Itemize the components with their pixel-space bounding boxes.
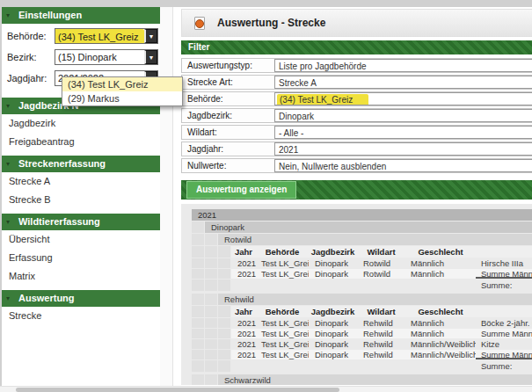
collapse-arrow-icon: ▾ xyxy=(6,7,10,24)
sidebar-section-wildtiererfassung[interactable]: ▾ Wildtiererfassung xyxy=(2,214,160,230)
indent-cell xyxy=(218,269,230,279)
cell-jagdbezirk: Dinopark xyxy=(309,269,357,279)
group-row-year: 2021 xyxy=(192,209,532,221)
cell-wildart: Rehwild xyxy=(357,329,405,338)
indent-cell xyxy=(218,279,230,291)
collapse-arrow-icon: ▾ xyxy=(6,290,10,307)
behoerde-select[interactable]: (34) Test LK_Greiz ▼ xyxy=(55,28,158,44)
highlight-marker: (34) Test LK_Greiz xyxy=(277,94,368,105)
column-header: Wildart xyxy=(357,246,405,258)
cell-jagdbezirk: Dinopark xyxy=(309,350,357,359)
dropdown-button[interactable]: ▼ xyxy=(144,50,157,64)
sidebar-section-einstellungen[interactable]: ▾ Einstellungen xyxy=(2,7,160,24)
filter-row-wildart: Wildart: - Alle - xyxy=(181,125,532,140)
table-header-row: Jahr Behörde Jagdbezirk Wildart Geschlec… xyxy=(192,306,532,317)
column-header: Wildart xyxy=(357,306,405,317)
bezirk-select[interactable]: (15) Dinopark ▼ xyxy=(55,49,158,65)
sidebar-item-erfassung[interactable]: Erfassung xyxy=(2,249,160,267)
indent-cell xyxy=(205,258,217,268)
cell-behoerde: Test LK_Greiz xyxy=(256,339,309,349)
auswertungstyp-select[interactable]: Liste pro Jagdbehörde xyxy=(274,59,532,72)
sidebar-item-strecke[interactable]: Strecke xyxy=(2,307,160,325)
sidebar-item-freigabeantrag[interactable]: Freigabeantrag xyxy=(2,133,160,151)
summary-row: Summe: xyxy=(192,360,532,372)
jagdjahr-select[interactable]: 2021 xyxy=(274,142,532,156)
column-header: Jagdbezirk xyxy=(309,306,357,317)
jagdbezirk-select[interactable]: Dinopark xyxy=(274,109,532,122)
sidebar-section-streckenerfassung[interactable]: ▾ Streckenerfassung xyxy=(2,156,160,172)
column-header: Behörde xyxy=(256,246,309,258)
dropdown-option[interactable]: (29) Markus xyxy=(62,91,182,105)
show-evaluation-button[interactable]: Auswertung anzeigen xyxy=(186,181,296,199)
cell-geschlecht: Männlich xyxy=(405,318,476,328)
indent-cell xyxy=(192,258,204,268)
sidebar-section-auswertung[interactable]: ▾ Auswertung xyxy=(2,290,160,307)
indent-cell xyxy=(205,350,217,359)
summary-spacer xyxy=(231,279,476,291)
indent-cell xyxy=(205,329,217,338)
indent-cell xyxy=(192,246,204,258)
section-title: Wildtiererfassung xyxy=(18,216,100,227)
sidebar-item-jagdbezirk[interactable]: Jagdbezirk xyxy=(2,114,160,133)
chevron-down-icon: ▼ xyxy=(149,33,155,40)
indent-cell xyxy=(192,339,204,349)
indent-cell xyxy=(205,374,217,385)
cell-wildart-detail: Summe Männlich xyxy=(476,269,532,279)
indent-cell xyxy=(218,360,230,372)
cell-geschlecht: Männlich/Weiblich xyxy=(405,350,476,359)
sidebar-item-matrix[interactable]: Matrix xyxy=(2,267,160,286)
indent-cell xyxy=(205,318,217,328)
filter-header-label: Filter xyxy=(188,42,209,52)
indent-cell xyxy=(192,350,204,359)
window-top-strip xyxy=(0,0,532,7)
group-label: Rotwild xyxy=(218,234,532,245)
collapse-arrow-icon: ▾ xyxy=(6,98,10,114)
cell-wildart: Rotwild xyxy=(357,258,405,268)
table-row: 2021 Test LK_Greiz Dinopark Rehwild Männ… xyxy=(192,318,532,328)
field-label: Behörde: xyxy=(187,92,274,105)
scrollbar-thumb[interactable] xyxy=(16,388,339,392)
indent-cell xyxy=(205,339,217,349)
indent-cell xyxy=(205,294,217,305)
dropdown-option[interactable]: (34) Test LK_Greiz xyxy=(62,77,182,91)
cell-wildart: Rehwild xyxy=(357,318,405,328)
behoerde-dropdown-popup: (34) Test LK_Greiz (29) Markus xyxy=(62,76,183,106)
indent-cell xyxy=(192,306,204,317)
dropdown-button[interactable]: ▼ xyxy=(144,29,157,43)
group-row-district: Dinopark xyxy=(192,221,532,233)
section-title: Streckenerfassung xyxy=(18,158,106,169)
filter-row-jagdjahr: Jagdjahr: 2021 xyxy=(181,142,532,156)
cell-wildart: Rotwild xyxy=(357,269,405,279)
bezirk-row: Bezirk: (15) Dinopark ▼ xyxy=(7,49,158,65)
field-label: Jagdbezirk: xyxy=(187,109,274,122)
table-header-row: Jahr Behörde Jagdbezirk Wildart Geschlec… xyxy=(192,246,532,258)
cell-wildart-detail: Kitze xyxy=(476,339,532,349)
indent-cell xyxy=(192,234,204,245)
indent-cell xyxy=(218,318,230,328)
nullwerte-select[interactable]: Nein, Nullwerte ausblenden xyxy=(274,159,532,172)
sidebar-item-strecke-b[interactable]: Strecke B xyxy=(2,191,160,209)
chevron-down-icon: ▼ xyxy=(149,54,155,61)
sidebar-item-uebersicht[interactable]: Übersicht xyxy=(2,230,160,249)
column-header: Jahr xyxy=(231,246,256,258)
group-row-species: Rehwild xyxy=(192,294,532,305)
indent-cell xyxy=(192,360,204,372)
results-area: 2021 Dinopark Rotwild Jahr Behörde Jagdb… xyxy=(181,204,532,385)
group-row-species: Schwarzwild xyxy=(192,374,532,385)
section-title: Einstellungen xyxy=(18,10,82,20)
sidebar-item-strecke-a[interactable]: Strecke A xyxy=(2,172,160,191)
summary-label: Summe: xyxy=(476,360,532,372)
table-row: 2021 Test LK_Greiz Dinopark Rotwild Männ… xyxy=(192,269,532,279)
cell-jagdbezirk: Dinopark xyxy=(309,339,357,349)
cell-wildart: Rehwild xyxy=(357,339,405,349)
horizontal-scrollbar[interactable] xyxy=(0,386,532,392)
filter-row-auswertungstyp: Auswertungstyp: Liste pro Jagdbehörde xyxy=(181,58,532,73)
column-header: Jagdbezirk xyxy=(309,246,357,258)
filter-form: Auswertungstyp: Liste pro Jagdbehörde St… xyxy=(181,58,532,173)
wildart-select[interactable]: - Alle - xyxy=(274,126,532,139)
section-title: Auswertung xyxy=(18,293,75,303)
strecke-art-select[interactable]: Strecke A xyxy=(274,76,532,89)
behoerde-select[interactable]: (34) Test LK_Greiz xyxy=(274,92,532,105)
page-header: Auswertung - Strecke xyxy=(181,9,532,37)
collapse-arrow-icon: ▾ xyxy=(6,156,10,172)
